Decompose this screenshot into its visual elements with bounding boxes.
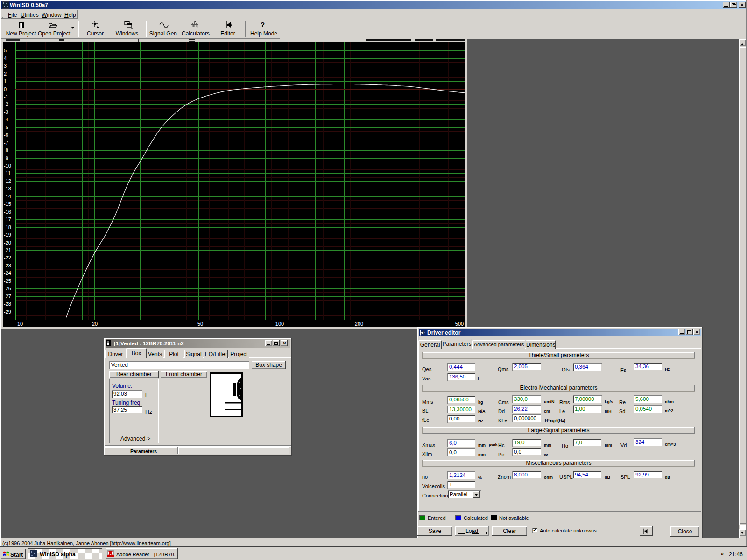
svg-text:-19: -19 [4, 232, 11, 238]
svg-text:-22: -22 [4, 255, 11, 260]
svg-text:0: 0 [4, 86, 7, 92]
svg-text:-29: -29 [4, 309, 11, 315]
svg-text:10: 10 [17, 321, 23, 327]
svg-text:-27: -27 [4, 294, 11, 299]
svg-text:4: 4 [4, 56, 7, 61]
svg-text:20: 20 [92, 321, 98, 327]
svg-text:1: 1 [4, 78, 7, 84]
svg-text:-14: -14 [4, 194, 11, 199]
svg-text:-25: -25 [4, 278, 11, 284]
svg-text:3: 3 [4, 63, 7, 69]
svg-text:-13: -13 [4, 186, 11, 191]
svg-text:-26: -26 [4, 286, 11, 291]
svg-text:100: 100 [275, 321, 284, 327]
svg-text:-23: -23 [4, 263, 11, 268]
svg-text:-7: -7 [4, 140, 8, 146]
svg-text:-20: -20 [4, 240, 11, 245]
svg-text:5: 5 [4, 48, 7, 53]
svg-text:50: 50 [197, 321, 203, 327]
svg-text:-10: -10 [4, 163, 11, 168]
svg-text:-18: -18 [4, 224, 11, 230]
svg-text:-21: -21 [4, 247, 11, 253]
svg-text:-1: -1 [4, 94, 8, 99]
svg-text:500: 500 [455, 321, 464, 327]
svg-text:-3: -3 [4, 109, 8, 115]
svg-text:-24: -24 [4, 270, 11, 276]
svg-text:-16: -16 [4, 209, 11, 215]
svg-text:-17: -17 [4, 217, 11, 222]
svg-text:-15: -15 [4, 201, 11, 207]
svg-text:-12: -12 [4, 178, 11, 184]
svg-text:-28: -28 [4, 301, 11, 307]
svg-text:-4: -4 [4, 117, 8, 122]
svg-text:-5: -5 [4, 125, 8, 130]
svg-text:-11: -11 [4, 170, 11, 176]
svg-text:2: 2 [4, 71, 7, 77]
svg-text:-8: -8 [4, 147, 8, 153]
svg-text:200: 200 [355, 321, 363, 327]
svg-text:-6: -6 [4, 132, 8, 138]
svg-text:-9: -9 [4, 155, 8, 161]
svg-text:-2: -2 [4, 101, 8, 107]
